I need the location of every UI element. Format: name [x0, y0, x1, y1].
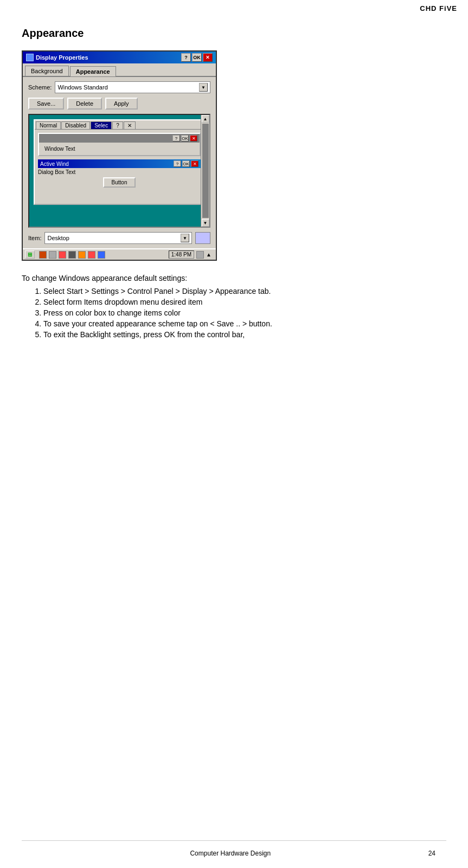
preview-tab-selected[interactable]: Selec — [91, 121, 112, 129]
item-dropdown[interactable]: Desktop ▼ — [44, 232, 192, 244]
taskbar-arrow-icon: ▲ — [206, 251, 214, 259]
step-5: To exit the Backlight settings, press OK… — [43, 330, 446, 339]
window-text: Window Text — [41, 145, 197, 153]
taskbar-icons — [39, 251, 166, 259]
nested-window: ? OK ✕ Window Text — [38, 133, 201, 156]
intro-text: To change Windows appearance default set… — [22, 274, 446, 282]
nested-title-buttons: ? OK ✕ — [172, 135, 197, 142]
apply-button[interactable]: Apply — [105, 98, 138, 110]
inner-window: Normal Disabled Selec ? ✕ ? OK — [34, 119, 205, 205]
item-label: Item: — [28, 235, 41, 241]
nested-title: ? OK ✕ — [39, 134, 200, 143]
title-bar-buttons: ? OK ✕ — [181, 53, 213, 62]
instructions: To change Windows appearance default set… — [22, 274, 446, 339]
step-4: To save your created appearance scheme t… — [43, 319, 446, 328]
step-1: Select Start > Settings > Control Panel … — [43, 287, 446, 295]
delete-button[interactable]: Delete — [67, 98, 102, 110]
taskbar-icon-5 — [78, 251, 86, 259]
brand-header: CHD FiVE — [420, 4, 457, 12]
active-help-btn[interactable]: ? — [174, 160, 181, 167]
preview-button[interactable]: Button — [103, 177, 136, 188]
taskbar-extra-icon — [196, 251, 204, 259]
help-button[interactable]: ? — [181, 53, 191, 62]
title-bar-left: Display Properties — [26, 54, 88, 61]
tab-background[interactable]: Background — [25, 66, 69, 76]
scroll-up-arrow[interactable]: ▲ — [202, 115, 209, 123]
dialog-box-text: Dialog Box Text — [38, 169, 201, 175]
item-dropdown-arrow[interactable]: ▼ — [181, 234, 189, 242]
tab-appearance[interactable]: Appearance — [70, 66, 116, 76]
active-window-text: Active Wind — [40, 161, 69, 167]
close-button[interactable]: ✕ — [203, 53, 213, 62]
footer-center: Computer Hardware Design — [190, 850, 271, 857]
save-button[interactable]: Save... — [28, 98, 64, 110]
nested-help-btn[interactable]: ? — [172, 135, 180, 142]
nested-content: Window Text — [39, 143, 200, 155]
dialog-icon — [26, 54, 34, 61]
preview-tab-normal[interactable]: Normal — [36, 121, 61, 129]
dialog-content: Scheme: Windows Standard ▼ Save... Delet… — [23, 77, 216, 248]
nested-close-btn[interactable]: ✕ — [190, 135, 197, 142]
preview-help-btn[interactable]: ? — [112, 121, 123, 129]
taskbar-icon-4 — [68, 251, 76, 259]
preview-tab-disabled[interactable]: Disabled — [61, 121, 90, 129]
step-2: Select form Items dropdown menu desired … — [43, 298, 446, 306]
footer: Computer Hardware Design 24 — [0, 850, 468, 857]
start-icon: ⊞ — [28, 252, 32, 258]
active-window-bar: Active Wind ? OK ✕ — [38, 159, 201, 168]
steps-list: Select Start > Settings > Control Panel … — [43, 287, 446, 339]
scroll-down-arrow[interactable]: ▼ — [202, 219, 209, 227]
page-title: Appearance — [22, 27, 446, 40]
scheme-dropdown[interactable]: Windows Standard ▼ — [55, 81, 210, 93]
scheme-value: Windows Standard — [57, 84, 107, 91]
scroll-thumb — [202, 124, 209, 218]
item-value: Desktop — [47, 235, 69, 241]
taskbar-icon-6 — [88, 251, 95, 259]
dialog-screenshot: Display Properties ? OK ✕ Background App… — [22, 50, 217, 261]
dialog-title: Display Properties — [36, 54, 88, 61]
taskbar-icon-3 — [59, 251, 66, 259]
active-close-btn[interactable]: ✕ — [191, 160, 198, 167]
taskbar: ⊞ 1:48 PM ▲ — [23, 248, 216, 260]
preview-scrollbar[interactable]: ▲ ▼ — [201, 115, 209, 227]
tab-bar: Background Appearance — [23, 63, 216, 77]
taskbar-time: 1:48 PM — [169, 250, 194, 259]
dropdown-arrow[interactable]: ▼ — [199, 83, 208, 92]
active-window-buttons: ? OK ✕ — [174, 160, 198, 167]
button-row: Save... Delete Apply — [28, 98, 210, 110]
footer-page-number: 24 — [428, 850, 435, 857]
nested-ok-btn[interactable]: OK — [181, 135, 189, 142]
preview-area: Normal Disabled Selec ? ✕ ? OK — [28, 114, 210, 228]
taskbar-icon-2 — [49, 251, 56, 259]
title-bar: Display Properties ? OK ✕ — [23, 52, 216, 63]
start-button[interactable]: ⊞ — [25, 250, 35, 259]
step-3: Press on color box to change items color — [43, 308, 446, 317]
taskbar-icon-1 — [39, 251, 47, 259]
scheme-label: Scheme: — [28, 84, 52, 91]
ok-button[interactable]: OK — [192, 53, 202, 62]
preview-tabs: Normal Disabled Selec ? ✕ — [35, 120, 204, 130]
item-row: Item: Desktop ▼ — [28, 232, 210, 244]
preview-close-btn[interactable]: ✕ — [124, 121, 136, 129]
scheme-row: Scheme: Windows Standard ▼ — [28, 81, 210, 93]
footer-divider — [22, 840, 446, 841]
active-ok-btn[interactable]: OK — [182, 160, 190, 167]
color-box[interactable] — [195, 232, 210, 244]
taskbar-icon-7 — [98, 251, 105, 259]
